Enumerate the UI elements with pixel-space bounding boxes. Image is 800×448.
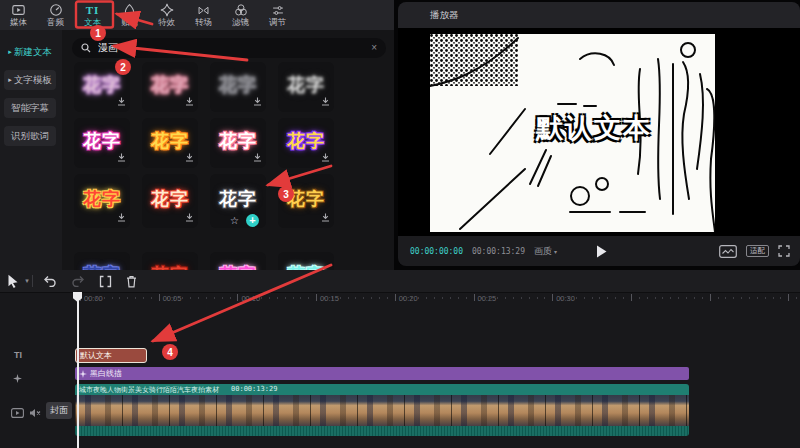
quality-dropdown[interactable]: 画质 ▾ xyxy=(534,245,557,258)
favorite-star-icon[interactable]: ☆ xyxy=(230,216,239,226)
ruler-minor-tick xyxy=(222,297,223,299)
ruler-minor-tick xyxy=(592,297,593,299)
download-icon xyxy=(117,148,126,166)
toolbar-item-5[interactable]: 特效 xyxy=(148,0,185,30)
ruler-minor-tick xyxy=(418,297,419,299)
toolbar-item-2[interactable]: 音频 xyxy=(37,0,74,30)
fullscreen-icon[interactable] xyxy=(778,245,790,257)
clear-search-icon[interactable]: × xyxy=(371,43,377,53)
cover-button[interactable]: 封面 xyxy=(46,402,72,419)
download-icon xyxy=(321,148,330,166)
ruler-minor-tick xyxy=(206,297,207,299)
ruler-minor-tick xyxy=(135,297,136,299)
ruler-minor-tick xyxy=(694,297,695,299)
text-clip[interactable]: 默认文本 xyxy=(75,348,147,363)
text-style-tile[interactable]: 花字 xyxy=(142,174,198,228)
play-button[interactable] xyxy=(594,244,608,258)
text-clip-label: 默认文本 xyxy=(76,349,146,362)
tile-preview-text: 花字 xyxy=(83,187,121,211)
sidebar-item-label: 文字模板 xyxy=(14,74,52,87)
text-style-tile[interactable]: 花字 xyxy=(278,118,334,168)
ruler-minor-tick xyxy=(544,297,545,299)
toolbar-item-6[interactable]: 转场 xyxy=(185,0,222,30)
ruler-major-tick xyxy=(159,294,160,301)
ruler-minor-tick xyxy=(639,297,640,299)
toolbar-item-label: 文本 xyxy=(84,18,101,27)
search-input[interactable] xyxy=(96,42,366,55)
sidebar-item-label: 智能字幕 xyxy=(11,102,49,115)
toolbar-item-8[interactable]: 调节 xyxy=(259,0,296,30)
ruler-minor-tick xyxy=(143,297,144,299)
ruler-minor-tick xyxy=(340,297,341,299)
ruler-minor-tick xyxy=(293,297,294,299)
add-to-track-button[interactable]: + xyxy=(246,214,259,227)
fit-button[interactable]: 适配 xyxy=(746,245,769,257)
audio-icon xyxy=(49,3,63,17)
ruler-minor-tick xyxy=(757,297,758,299)
text-style-tile[interactable]: 花字 xyxy=(210,62,266,112)
toolbar-item-7[interactable]: 滤镜 xyxy=(222,0,259,30)
text-library-panel: 媒体音频TI文本贴纸特效转场滤镜调节 ▸新建文本▸文字模板智能字幕识别歌词 × … xyxy=(0,0,394,270)
tile-preview-text: 花字 xyxy=(219,263,257,270)
ruler-minor-tick xyxy=(537,297,538,299)
ruler-minor-tick xyxy=(521,297,522,299)
delete-icon[interactable] xyxy=(123,273,139,289)
ruler-major-tick xyxy=(395,294,396,301)
preview-ratio-icon[interactable] xyxy=(719,245,737,258)
search-icon xyxy=(81,43,91,53)
ruler-minor-tick xyxy=(725,297,726,299)
toolbar-item-4[interactable]: 贴纸 xyxy=(111,0,148,30)
search-bar[interactable]: × xyxy=(72,38,386,58)
toolbar-item-1[interactable]: 媒体 xyxy=(0,0,37,30)
text-style-tile[interactable]: 花字 xyxy=(74,118,130,168)
sidebar-item-4[interactable]: 识别歌词 xyxy=(4,126,56,146)
ruler-minor-tick xyxy=(623,297,624,299)
redo-icon[interactable] xyxy=(70,273,86,289)
text-style-tile[interactable]: 花字☆+ xyxy=(210,174,266,228)
text-style-tile[interactable]: 花字 xyxy=(278,174,334,228)
tile-preview-text: 花字 xyxy=(287,73,325,97)
text-style-tile[interactable]: 花字 xyxy=(142,252,198,270)
text-style-tile[interactable]: 花字 xyxy=(74,252,130,270)
player-title: 播放器 xyxy=(430,9,459,22)
mute-speaker-icon[interactable] xyxy=(29,404,42,422)
sidebar-item-2[interactable]: ▸文字模板 xyxy=(4,70,56,90)
text-icon: TI xyxy=(86,3,100,17)
preview-text-overlay[interactable]: 默认文本 xyxy=(536,110,652,146)
playhead[interactable] xyxy=(77,292,79,448)
app-window: 媒体音频TI文本贴纸特效转场滤镜调节 ▸新建文本▸文字模板智能字幕识别歌词 × … xyxy=(0,0,800,448)
ruler-minor-tick xyxy=(513,297,514,299)
video-preview-area: 默认文本 xyxy=(398,28,800,236)
ruler-minor-tick xyxy=(576,297,577,299)
ruler-minor-tick xyxy=(505,297,506,299)
ruler-minor-tick xyxy=(119,297,120,299)
undo-icon[interactable] xyxy=(42,273,58,289)
toolbar-item-3[interactable]: TI文本 xyxy=(74,0,111,30)
ruler-minor-tick xyxy=(702,297,703,299)
text-style-tile[interactable]: 花字 xyxy=(142,62,198,112)
text-style-tile[interactable]: 花字 xyxy=(210,118,266,168)
toolbar-item-label: 滤镜 xyxy=(232,18,249,27)
ruler-time-label: 00:00 xyxy=(84,294,103,303)
download-icon xyxy=(321,92,330,110)
text-style-tile[interactable]: 花字 xyxy=(142,118,198,168)
video-clip[interactable]: 城市夜晚人物街景美女骑行陌陌汽车夜拍素材 00:00:13:29 xyxy=(75,384,689,436)
effect-clip[interactable]: 黑白线描 xyxy=(75,367,689,380)
text-style-tile[interactable]: 花字 xyxy=(74,62,130,112)
split-clip-icon[interactable] xyxy=(97,273,113,289)
ruler-time-label: 00:20 xyxy=(399,294,418,303)
text-style-tile[interactable]: 花字 xyxy=(278,252,334,270)
tile-preview-text: 花字 xyxy=(287,263,325,270)
ruler-minor-tick xyxy=(655,297,656,299)
quality-label: 画质 xyxy=(534,245,552,258)
toolbar-item-label: 贴纸 xyxy=(121,18,138,27)
sidebar-item-1[interactable]: ▸新建文本 xyxy=(4,42,56,62)
sidebar-item-3[interactable]: 智能字幕 xyxy=(4,98,56,118)
ruler-major-tick xyxy=(237,294,238,301)
text-style-tile[interactable]: 花字 xyxy=(210,252,266,270)
text-style-tile[interactable]: 花字 xyxy=(278,62,334,112)
text-style-tile[interactable]: 花字 xyxy=(74,174,130,228)
ruler-minor-tick xyxy=(308,297,309,299)
ruler-minor-tick xyxy=(529,297,530,299)
ruler-minor-tick xyxy=(371,297,372,299)
